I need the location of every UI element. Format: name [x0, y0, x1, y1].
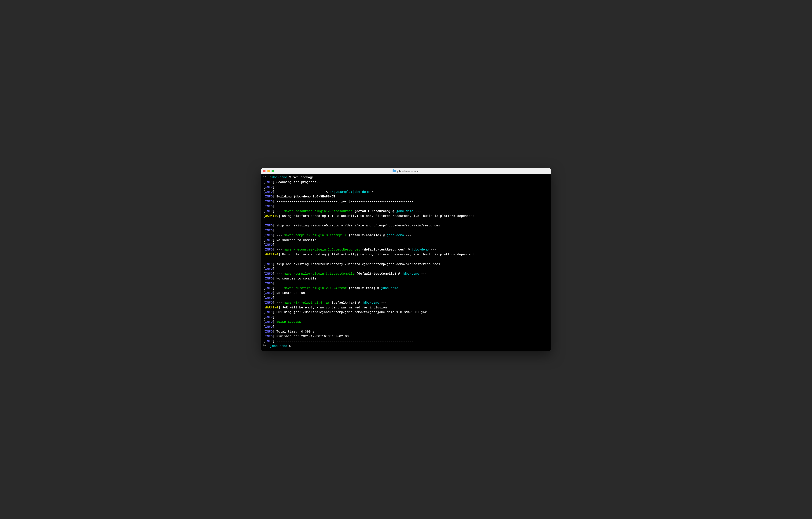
text: jdbc-demo — [387, 234, 404, 237]
folder-icon — [393, 170, 396, 172]
title-text: jdbc-demo — -zsh — [397, 170, 419, 173]
output-line: [INFO] — [263, 296, 549, 300]
prompt-line: ⮡ jdbc-demo $ — [263, 344, 549, 349]
info-tag: INFO — [265, 248, 272, 252]
text: jdbc-demo — [402, 272, 419, 276]
output-line: [INFO] — [263, 204, 549, 209]
text: jdbc-demo — [411, 248, 429, 252]
info-tag: INFO — [265, 335, 272, 338]
info-tag: INFO — [265, 325, 272, 329]
prompt-icon: ⮡ — [263, 176, 268, 179]
output-line: [INFO] --- maven-surefire-plugin:2.12.4:… — [263, 286, 549, 291]
output-line: [INFO] ---------------------------------… — [263, 315, 549, 320]
output-line: [INFO] ---------------------------------… — [263, 325, 549, 329]
text: (default-compile) — [347, 234, 381, 237]
output-line: ! — [263, 257, 549, 262]
output-line: [INFO] — [263, 243, 549, 248]
info-tag: INFO — [265, 315, 272, 319]
titlebar[interactable]: jdbc-demo — -zsh — [261, 168, 551, 174]
text: --- — [404, 234, 411, 237]
info-tag: INFO — [265, 320, 272, 324]
output-line: [INFO] Finished at: 2021-12-30T16:33:37+… — [263, 334, 549, 339]
text: Total time: 0.399 s — [277, 330, 314, 334]
output-line: [WARNING] Using platform encoding (UTF-8… — [263, 214, 549, 219]
info-tag: INFO — [265, 205, 272, 208]
text: >-------------------------- — [370, 190, 423, 194]
info-tag: INFO — [265, 311, 272, 314]
text: --- — [277, 234, 284, 237]
text: Scanning for projects... — [277, 180, 322, 184]
info-tag: INFO — [265, 185, 272, 189]
info-tag: INFO — [265, 238, 272, 242]
info-tag: INFO — [265, 190, 272, 194]
text: --- — [277, 286, 284, 290]
info-tag: INFO — [265, 340, 272, 343]
text: @ — [390, 209, 396, 213]
text: (default-test) — [347, 286, 375, 290]
text: --- — [429, 248, 436, 252]
output-line: [INFO] No sources to compile — [263, 277, 549, 281]
text: maven-surefire-plugin:2.12.4:test — [284, 286, 347, 290]
command: mvn package — [293, 176, 314, 179]
close-button[interactable] — [263, 170, 266, 172]
text: JAR will be empty - no content was marke… — [282, 306, 389, 310]
info-tag: INFO — [265, 291, 272, 295]
text: --- — [277, 209, 284, 213]
output-line: [INFO] --- maven-compiler-plugin:3.1:com… — [263, 233, 549, 238]
prompt-dir: jdbc-demo — [270, 176, 287, 179]
output-line: [INFO] --------------------------------[… — [263, 199, 549, 204]
warning-tag: WARNING — [265, 306, 278, 310]
info-tag: INFO — [265, 234, 272, 237]
terminal-content[interactable]: ⮡ jdbc-demo $ mvn package [INFO] Scannin… — [261, 174, 551, 351]
text: maven-compiler-plugin:3.1:testCompile — [284, 272, 354, 276]
output-line: [INFO] — [263, 281, 549, 286]
output-line: [INFO] — [263, 267, 549, 272]
text: Building jar: /Users/alejandro/temp/jdbc… — [277, 311, 427, 314]
info-tag: INFO — [265, 200, 272, 203]
maximize-button[interactable] — [271, 170, 274, 172]
text: maven-resources-plugin:2.6:testResources — [284, 248, 360, 252]
text: --- — [398, 286, 406, 290]
warning-tag: WARNING — [265, 253, 278, 256]
text: --- — [379, 301, 387, 305]
info-tag: INFO — [265, 267, 272, 271]
text: --- — [413, 209, 421, 213]
text: No sources to compile — [277, 277, 316, 281]
text: ! — [263, 219, 265, 223]
window-title: jdbc-demo — -zsh — [393, 170, 419, 173]
text: ----------------------------------------… — [277, 340, 413, 343]
output-line: [INFO] --- maven-compiler-plugin:3.1:tes… — [263, 272, 549, 277]
minimize-button[interactable] — [267, 170, 270, 172]
terminal-window: jdbc-demo — -zsh ⮡ jdbc-demo $ mvn packa… — [261, 168, 551, 351]
output-line: [INFO] Building jdbc-demo 1.0-SNAPSHOT — [263, 195, 549, 199]
text: ----------------------------------------… — [277, 325, 413, 329]
output-line: [INFO] — [263, 185, 549, 190]
text: --- — [419, 272, 427, 276]
info-tag: INFO — [265, 286, 272, 290]
output-line: [INFO] No sources to compile — [263, 238, 549, 243]
text: No sources to compile — [277, 238, 316, 242]
info-tag: INFO — [265, 243, 272, 247]
text: No tests to run. — [277, 291, 307, 295]
output-line: [INFO] --- maven-jar-plugin:2.4:jar (def… — [263, 300, 549, 306]
text: --------------------------------[ jar ]-… — [277, 200, 413, 203]
text: @ — [406, 248, 411, 252]
output-line: ! — [263, 219, 549, 224]
text: org.example:jdbc-demo — [330, 190, 370, 194]
prompt-symbol: $ — [289, 176, 291, 179]
info-tag: INFO — [265, 296, 272, 300]
info-tag: INFO — [265, 330, 272, 334]
warning-tag: WARNING — [265, 214, 278, 218]
info-tag: INFO — [265, 277, 272, 281]
text: ! — [263, 258, 265, 261]
output-line: [INFO] --- maven-resources-plugin:2.6:te… — [263, 248, 549, 252]
text: jdbc-demo — [381, 286, 398, 290]
text: @ — [356, 301, 362, 305]
text: --- — [277, 272, 284, 276]
info-tag: INFO — [265, 301, 272, 305]
text: --------------------------< — [277, 190, 330, 194]
prompt-symbol: $ — [289, 344, 291, 348]
output-line: [INFO] Building jar: /Users/alejandro/te… — [263, 310, 549, 315]
text: @ — [396, 272, 402, 276]
info-tag: INFO — [265, 263, 272, 266]
